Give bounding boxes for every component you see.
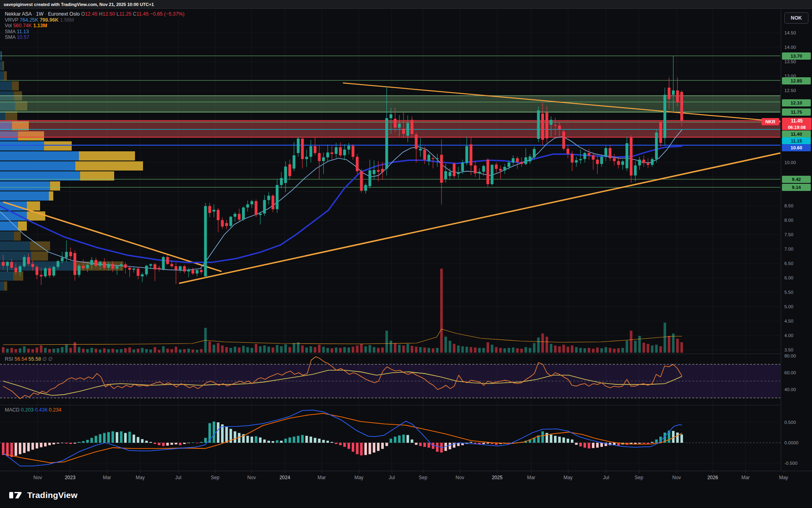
ohlc-key: H: [97, 11, 103, 17]
time-axis-tick: [359, 471, 359, 473]
rsi-pane: [0, 357, 780, 399]
time-axis-tick: [178, 471, 179, 473]
vrvp-label: VRVP: [5, 17, 18, 23]
macd-line-value: 0.436: [35, 407, 47, 413]
time-axis[interactable]: Nov2023MarMayJulSepNov2024MarMayJulSepNo…: [0, 471, 812, 485]
time-axis-label: Nov: [33, 475, 42, 480]
sma2-legend-row[interactable]: SMA 10.57: [5, 34, 185, 40]
time-axis-label: Mar: [103, 475, 111, 480]
time-axis-tick: [746, 471, 746, 473]
time-axis-label: Jul: [603, 475, 609, 480]
interval-label: 1W: [36, 11, 44, 17]
price-level-label: 10.60: [782, 144, 811, 151]
rsi-value: 56.54: [14, 356, 27, 362]
time-axis-tick: [38, 471, 38, 473]
symbol-price-tag: NKR: [762, 118, 779, 125]
time-axis-label: May: [136, 475, 145, 480]
volume-bars: [2, 269, 683, 353]
macd-hist-value: 0.203: [21, 407, 33, 413]
vol-value: 560.74K: [13, 23, 32, 28]
time-axis-tick: [639, 471, 639, 473]
last-price-value: 11.45: [782, 118, 812, 124]
price-level-label: 12.10: [782, 99, 811, 106]
main-pane-legend[interactable]: Nekkar ASA · 1W · Euronext Oslo O12.45 H…: [5, 11, 185, 40]
time-axis-tick: [392, 471, 392, 473]
ohlc-key: C: [131, 11, 137, 17]
ohlc-value: 12.50: [103, 11, 115, 17]
ohlc-key: O: [81, 11, 85, 17]
price-axis-label: 6.00: [781, 274, 812, 281]
time-axis-label: Sep: [211, 475, 219, 480]
price-axis-label: 7.50: [781, 231, 812, 238]
time-axis-label: 2024: [280, 475, 290, 480]
ohlc-value: 11.25: [119, 11, 131, 17]
price-level-label: 13.70: [782, 52, 811, 60]
macd-axis-label: -0.500: [781, 460, 812, 467]
price-axis-label: 7.00: [781, 245, 812, 253]
time-axis-label: Jul: [389, 475, 395, 480]
time-axis-label: May: [355, 475, 364, 480]
time-axis-label: May: [779, 475, 788, 480]
price-axis[interactable]: NOK 14.5014.0013.5013.0012.5010.008.508.…: [781, 9, 812, 484]
vrvp-value-1: 764.25K: [20, 17, 38, 23]
rsi-null-2: ∅: [48, 356, 52, 362]
vrvp-value-2: 798.96K: [40, 17, 58, 23]
price-axis-label: 5.50: [781, 289, 812, 296]
tradingview-logo-icon: [9, 489, 23, 501]
ohlc-key: L: [115, 11, 119, 17]
price-axis-label: 5.00: [781, 303, 812, 310]
rsi-axis-label: 60.00: [781, 369, 812, 376]
time-axis-label: 2023: [65, 475, 76, 480]
vrvp-value-3: 1.56M: [60, 17, 74, 23]
time-axis-label: Nov: [455, 475, 464, 480]
volume-ma-line: [3, 329, 682, 345]
time-axis-tick: [107, 471, 107, 473]
time-axis-label: 2026: [707, 475, 718, 480]
sma1-legend-row[interactable]: SMA 11.13: [5, 29, 185, 34]
price-axis-label: 4.00: [781, 332, 812, 339]
time-axis-tick: [531, 471, 532, 473]
tradingview-logo[interactable]: TradingView: [9, 489, 78, 501]
time-axis-label: Sep: [635, 475, 643, 480]
ohlc-value: 11.45: [137, 11, 149, 17]
price-axis-label: 14.00: [781, 44, 812, 51]
time-axis-label: Mar: [318, 475, 326, 480]
chart-canvas[interactable]: [0, 9, 812, 484]
time-axis-label: Mar: [527, 475, 536, 480]
time-axis-label: Sep: [419, 475, 427, 480]
time-axis-tick: [285, 471, 285, 473]
vol-label: Vol: [5, 23, 12, 28]
ohlc-value: 12.45: [85, 11, 97, 17]
price-level-label: 9.42: [782, 176, 811, 183]
time-axis-label: Nov: [247, 475, 256, 480]
exchange-label: Euronext Oslo: [48, 11, 80, 17]
price-level-label: 11.40: [782, 131, 811, 138]
tradingview-chart-window: savepiginvest created with TradingView.c…: [0, 0, 812, 508]
rsi-label: RSI: [5, 356, 13, 362]
sma2-label: SMA: [5, 34, 15, 40]
rsi-axis-label: 40.00: [781, 386, 812, 393]
price-axis-label: 8.00: [781, 217, 812, 224]
price-axis-label: 8.50: [781, 202, 812, 209]
symbol-legend-row[interactable]: Nekkar ASA · 1W · Euronext Oslo O12.45 H…: [5, 11, 185, 17]
price-axis-label: 14.50: [781, 29, 812, 36]
macd-pane-legend[interactable]: MACD 0.203 0.436 0.234: [5, 407, 61, 413]
volume-legend-row[interactable]: Vol 560.74K 1.13M: [5, 23, 185, 28]
macd-label: MACD: [5, 407, 20, 413]
currency-mode-button[interactable]: NOK: [784, 12, 808, 24]
time-axis-tick: [713, 471, 713, 473]
rsi-pane-legend[interactable]: RSI 56.54 55.58 ∅ ∅: [5, 356, 52, 362]
bar-countdown: 06:19:08: [782, 124, 812, 130]
ohlc-values: O12.45 H12.50 L11.25 C11.45 −0.65 (−5.37…: [81, 11, 184, 17]
vrvp-legend-row[interactable]: VRVP 764.25K 798.96K 1.56M: [5, 17, 185, 23]
grid: [0, 9, 784, 471]
macd-signal-value: 0.234: [49, 407, 61, 413]
time-axis-tick: [460, 471, 460, 473]
time-axis-tick: [215, 471, 216, 473]
sma1-value: 11.13: [17, 29, 29, 34]
time-axis-tick: [784, 471, 784, 473]
time-axis-tick: [677, 471, 677, 473]
symbol-title: Nekkar ASA: [5, 11, 32, 17]
time-axis-tick: [568, 471, 568, 473]
macd-pane: [0, 410, 780, 466]
